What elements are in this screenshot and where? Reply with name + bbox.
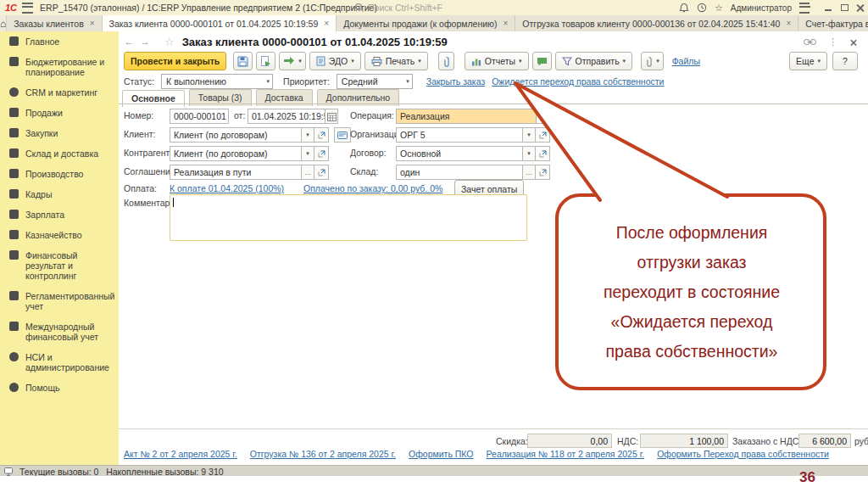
callout-line: «Ожидается переход [563,307,821,337]
send-button[interactable]: Отправить ▾ [555,52,633,70]
comment-input[interactable] [170,194,527,241]
tab-invoice[interactable]: Счет-фактура выданный 0000-0000073 от 02… [798,15,868,31]
contract-dropdown-button[interactable]: ▾ [522,146,536,161]
post-and-close-button[interactable]: Провести и закрыть [124,52,226,70]
current-user[interactable]: Администратор [731,3,792,13]
sidebar-item-treasury[interactable]: Казначейство [0,225,119,245]
sidebar-item-regulated-accounting[interactable]: Регламентированный учет [0,286,119,316]
sidebar-item-warehouse[interactable]: Склад и доставка [0,143,119,164]
agreement-open-button[interactable] [314,165,329,180]
sidebar-item-master-data[interactable]: НСИ и администрирование [0,347,119,378]
sidebar-item-purchases[interactable]: Закупки [0,123,119,143]
close-window-button[interactable] [856,3,865,12]
operation-field[interactable]: Реализация [396,109,537,124]
more-button[interactable]: Еще▾ [789,52,827,70]
status-select[interactable]: К выполнению ▾ [161,74,273,89]
create-ownership-transfer-link[interactable]: Оформить Переход права собственности [657,449,829,459]
print-button[interactable]: Печать ▾ [364,52,428,70]
operation-dropdown-button[interactable]: ▾ [536,109,549,124]
sidebar-item-label: Склад и доставка [25,148,98,159]
act-link[interactable]: Акт № 2 от 2 апреля 2025 г. [124,449,237,459]
favorite-star-icon[interactable]: ☆ [164,36,175,48]
client-dossier-button[interactable] [334,127,351,143]
counterparty-field[interactable]: Клиент (по договорам) [170,146,302,161]
edo-button[interactable]: ЭДО ▾ [309,52,361,70]
back-icon[interactable]: ← [122,36,136,48]
files-link[interactable]: Файлы [672,56,700,66]
main-menu-icon[interactable] [22,3,33,14]
client-open-button[interactable] [314,127,329,143]
counterparty-open-button[interactable] [314,146,329,161]
attach-file-button[interactable]: ▾ [641,52,664,70]
agreement-field[interactable]: Реализация в пути [170,165,302,180]
sidebar-item-budgeting[interactable]: Бюджетирование и планирование [0,52,119,82]
sidebar-item-financial-result[interactable]: Финансовый результат и контроллинг [0,245,119,286]
priority-select[interactable]: Средний ▾ [337,74,413,89]
ownership-transfer-state-link[interactable]: Ожидается переход права собственности [492,76,664,87]
agreement-ellipsis-button[interactable]: ... [301,165,314,180]
close-tab-icon[interactable]: × [90,19,95,28]
sidebar-item-ifrs[interactable]: Международный финансовый учет [0,316,119,347]
contract-open-button[interactable] [535,146,550,161]
form-tab-main[interactable]: Основное [122,90,185,107]
calendar-button[interactable] [325,109,338,124]
client-dropdown-button[interactable]: ▾ [301,127,314,143]
main-section-icon [9,36,19,46]
sidebar-item-payroll[interactable]: Зарплата [0,204,119,225]
dropdown-icon: ▾ [406,78,409,85]
shipment-link[interactable]: Отгрузка № 136 от 2 апреля 2025 г. [250,449,396,459]
ellipsis-icon: ... [526,168,532,176]
tab-sales-documents[interactable]: Документы продажи (к оформлению) × [337,15,515,31]
close-document-icon[interactable] [850,39,857,46]
sidebar-item-main[interactable]: Главное [0,31,119,52]
global-search-input[interactable]: Поиск Ctrl+Shift+F [354,2,532,13]
close-tab-icon[interactable]: × [786,19,791,28]
save-button[interactable] [233,52,253,70]
client-field[interactable]: Клиент (по договорам) [170,127,302,143]
sidebar-item-help[interactable]: Помощь [0,378,119,398]
notifications-bell-icon[interactable] [679,3,689,13]
history-icon[interactable] [697,3,707,13]
warehouse-ellipsis-button[interactable]: ... [522,165,536,180]
tab-label: Заказы клиентов [14,19,83,29]
tab-shipment[interactable]: Отгрузка товаров клиенту 0000-000136 от … [515,15,798,31]
more-vertical-icon[interactable]: ⋮ [828,36,837,48]
post-document-button[interactable] [256,52,275,70]
sidebar-item-crm[interactable]: CRM и маркетинг [0,82,119,103]
help-button[interactable]: ? [832,52,858,70]
create-based-on-button[interactable]: ▾ [279,52,306,70]
organization-open-button[interactable] [535,127,550,143]
realization-link[interactable]: Реализация № 118 от 2 апреля 2025 г. [487,449,645,459]
sidebar-item-sales[interactable]: Продажи [0,103,119,123]
counterparty-dropdown-button[interactable]: ▾ [301,146,314,161]
attachment-button[interactable] [438,52,454,70]
close-tab-icon[interactable]: × [504,19,509,28]
service-menu-icon[interactable] [799,3,810,14]
number-field[interactable]: 0000-000101 [170,109,229,124]
favorites-star-icon[interactable]: ☆ [715,3,723,14]
organization-dropdown-button[interactable]: ▾ [522,127,536,143]
close-order-link[interactable]: Закрыть заказ [426,76,485,87]
warehouse-field[interactable]: один [396,165,523,180]
close-tab-icon[interactable]: × [324,19,329,28]
tab-current-order[interactable]: Заказ клиента 0000-000101 от 01.04.2025 … [103,15,337,31]
home-tab[interactable]: ⌂ [0,15,7,31]
organization-field[interactable]: ОРГ 5 [396,127,523,143]
maximize-button[interactable] [840,3,849,12]
contract-field[interactable]: Основной [396,146,523,161]
date-field[interactable]: 01.04.2025 10:19:59 [248,109,326,124]
tab-orders-list[interactable]: Заказы клиентов × [7,15,102,31]
forward-icon[interactable]: → [138,36,152,48]
create-pko-link[interactable]: Оформить ПКО [409,449,473,459]
reports-button[interactable]: Отчеты ▾ [465,52,529,70]
payment-due-link[interactable]: К оплате 01.04.2025 (100%) [170,183,284,193]
warehouse-open-button[interactable] [535,165,550,180]
sidebar-item-production[interactable]: Производство [0,164,119,184]
discuss-button[interactable] [532,52,552,70]
help-label: ? [843,56,848,66]
sidebar-item-hr[interactable]: Кадры [0,184,119,204]
create-based-on-icon [283,56,295,66]
minimize-button[interactable] [824,3,832,12]
get-link-icon[interactable] [804,38,816,46]
paid-by-order-link[interactable]: Оплачено по заказу: 0,00 руб. 0% [303,183,442,193]
